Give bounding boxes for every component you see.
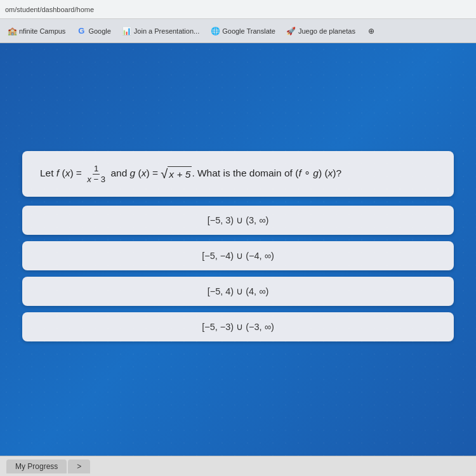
answer-text-d: [−5, −3) ∪ (−3, ∞) <box>202 322 274 332</box>
tab-label-google-translate: Google Translate <box>222 27 275 35</box>
tab-join-presentation[interactable]: 📊 Join a Presentation... <box>119 24 203 38</box>
tab-bar: 🏫 nfinite Campus G Google 📊 Join a Prese… <box>0 19 476 43</box>
next-arrow-tab[interactable]: > <box>68 459 90 473</box>
tab-juego-planetas[interactable]: 🚀 Juego de planetas <box>283 24 359 38</box>
browser-bar: om/student/dashboard/home <box>0 0 476 19</box>
answer-option-d[interactable]: [−5, −3) ∪ (−3, ∞) <box>22 312 454 341</box>
tab-label-join-presentation: Join a Presentation... <box>134 27 199 35</box>
juego-planetas-icon: 🚀 <box>287 27 296 36</box>
url-bar: om/student/dashboard/home <box>5 6 94 13</box>
tab-label-infinite-campus: nfinite Campus <box>19 27 65 35</box>
answer-text-c: [−5, 4) ∪ (4, ∞) <box>208 286 269 296</box>
tab-google-translate[interactable]: 🌐 Google Translate <box>207 24 279 38</box>
answer-text-a: [−5, 3) ∪ (3, ∞) <box>208 215 269 225</box>
google-icon: G <box>77 27 86 36</box>
answer-text-b: [−5, −4) ∪ (−4, ∞) <box>202 251 274 261</box>
more-tabs-icon: ⊕ <box>367 27 376 36</box>
join-presentation-icon: 📊 <box>122 27 131 36</box>
next-arrow-icon: > <box>77 462 81 471</box>
tab-label-juego-planetas: Juego de planetas <box>298 27 355 35</box>
tab-google[interactable]: G Google <box>73 24 114 38</box>
answer-option-b[interactable]: [−5, −4) ∪ (−4, ∞) <box>22 241 454 270</box>
question-card: Let f (x) = 1x − 3 and g (x) = √x + 5. W… <box>22 151 454 197</box>
tab-infinite-campus[interactable]: 🏫 nfinite Campus <box>4 24 69 38</box>
infinite-campus-icon: 🏫 <box>8 27 17 36</box>
tab-label-google: Google <box>88 27 110 35</box>
bottom-bar: My Progress > <box>0 456 476 476</box>
question-text: Let f (x) = 1x − 3 and g (x) = √x + 5. W… <box>40 168 341 178</box>
main-content: Let f (x) = 1x − 3 and g (x) = √x + 5. W… <box>0 43 476 456</box>
answer-option-a[interactable]: [−5, 3) ∪ (3, ∞) <box>22 206 454 235</box>
my-progress-label: My Progress <box>15 462 58 471</box>
answer-option-c[interactable]: [−5, 4) ∪ (4, ∞) <box>22 277 454 306</box>
google-translate-icon: 🌐 <box>211 27 220 36</box>
tab-more[interactable]: ⊕ <box>363 24 380 38</box>
my-progress-tab[interactable]: My Progress <box>6 459 67 473</box>
